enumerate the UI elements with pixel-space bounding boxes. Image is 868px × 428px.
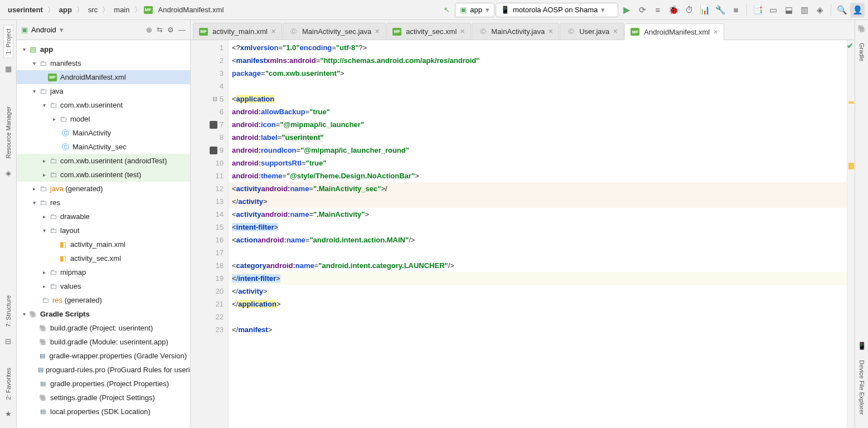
image-marker-icon[interactable] <box>210 147 217 154</box>
rail-project[interactable]: 1: Project <box>3 25 13 58</box>
sidebar-mode-dropdown[interactable]: ▣ Android ▾ <box>21 26 64 34</box>
breadcrumb-item[interactable]: app <box>57 4 74 15</box>
tree-node-class[interactable]: ⒸMainActivity <box>17 126 190 140</box>
tree-node-prop-file[interactable]: ▤local.properties (SDK Location) <box>17 405 190 419</box>
tree-node-manifest-file[interactable]: MFAndroidManifest.xml <box>17 70 190 84</box>
gutter[interactable]: 1 2 3 4 ⊟5 6 7 8 9 10 11 12 13 14 15 16 … <box>191 40 229 428</box>
tree-node-prop-file[interactable]: ▤gradle.properties (Project Properties) <box>17 377 190 391</box>
tree-node-app[interactable]: ▾▧app <box>17 42 190 56</box>
tree-node-package-androidtest[interactable]: ▸🗀com.xwb.userintent (androidTest) <box>17 154 190 168</box>
res-icon: ◈ <box>6 169 11 177</box>
manifest-icon: MF <box>199 28 208 36</box>
run-config-dropdown[interactable]: ▣app▾ <box>455 3 494 17</box>
tree-node-model[interactable]: ▸🗀model <box>17 112 190 126</box>
tab-label: User.java <box>579 27 609 36</box>
tree-node-layout-file[interactable]: ◧activity_main.xml <box>17 237 190 251</box>
image-marker-icon[interactable] <box>210 121 217 129</box>
rail-structure[interactable]: 7: Structure <box>4 292 13 330</box>
tree-node-gradle-file[interactable]: 🐘build.gradle (Project: userintent) <box>17 321 190 335</box>
tree-node-drawable[interactable]: ▸🗀drawable <box>17 210 190 223</box>
close-icon[interactable]: ✕ <box>548 28 553 35</box>
device-icon: 📱 <box>857 342 866 350</box>
tab-label: MainActivity.java <box>491 27 545 36</box>
run-button[interactable]: ▶ <box>619 3 634 17</box>
tab-label: activity_main.xml <box>212 27 268 36</box>
tree-node-proguard[interactable]: ▤proguard-rules.pro (ProGuard Rules for … <box>17 363 190 377</box>
rail-gradle[interactable]: Gradle <box>857 40 866 65</box>
code-content[interactable]: <?xml version="1.0" encoding="utf-8"?><m… <box>229 40 847 428</box>
manifest-icon: MF <box>631 28 639 36</box>
tree-node-package[interactable]: ▾🗀com.xwb.userintent <box>17 98 190 112</box>
debug-icon[interactable]: ≡ <box>651 3 665 17</box>
hide-icon[interactable]: — <box>178 26 186 34</box>
breadcrumb-item[interactable]: AndroidManifest.xml <box>156 4 226 15</box>
close-icon[interactable]: ✕ <box>713 28 718 36</box>
manifest-icon: MF <box>392 28 401 36</box>
tree-

node-layأut[interactable]: ▾🗀layout <box>17 223 190 237</box>
chevron-right-icon: 〉 <box>47 5 55 15</box>
breadcrumbs: userintent 〉 app 〉 src 〉 main 〉 MF Andro… <box>3 4 226 15</box>
error-stripe[interactable]: ✔ <box>847 40 855 428</box>
tree-node-res-gen[interactable]: 🗀res (generated) <box>17 293 190 307</box>
class-icon: Ⓒ <box>478 27 488 36</box>
tree-node-java-gen[interactable]: ▸🗀java (generated) <box>17 182 190 196</box>
editor-tab[interactable]: MFactivity_sec.xml✕ <box>386 23 471 40</box>
breadcrumb-item[interactable]: userintent <box>6 4 45 15</box>
tree-node-java[interactable]: ▾🗀java <box>17 84 190 98</box>
search-icon[interactable]: 🔍 <box>835 3 849 17</box>
sdk-icon[interactable]: ⬓ <box>782 3 796 17</box>
structure-icon: ⊟ <box>5 337 11 346</box>
user-icon[interactable]: 👤 <box>850 3 865 17</box>
rail-favorites[interactable]: 2: Favorites <box>4 364 13 403</box>
avd-icon[interactable]: ▭ <box>766 3 780 17</box>
tree-node-manifests[interactable]: ▾🗀manifests <box>17 56 190 70</box>
tree-node-prop-file[interactable]: ▤gradle-wrapper.properties (Gradle Versi… <box>17 349 190 363</box>
sync-icon[interactable]: 📑 <box>750 3 765 17</box>
bug-icon[interactable]: 🐞 <box>666 3 681 17</box>
breadcrumb-item[interactable]: main <box>111 4 132 15</box>
tree-node-gradle-scripts[interactable]: ▾🐘Gradle Scripts <box>17 307 190 321</box>
tree-node-values[interactable]: ▸🗀values <box>17 279 190 293</box>
right-tool-rail: 🐘 Gradle 📱 Device File Explorer <box>855 20 868 428</box>
select-opened-icon[interactable]: ⊕ <box>146 26 152 34</box>
chevron-right-icon: 〉 <box>76 5 84 15</box>
close-icon[interactable]: ✕ <box>271 28 276 35</box>
tree-node-mipmap[interactable]: ▸🗀mipmap <box>17 265 190 279</box>
tree-node-package-test[interactable]: ▸🗀com.xwb.userintent (test) <box>17 168 190 182</box>
layout-insp-icon[interactable]: ▥ <box>797 3 812 17</box>
close-icon[interactable]: ✕ <box>460 28 465 35</box>
tree-node-layout-file[interactable]: ◧activity_sec.xml <box>17 251 190 265</box>
profiler-icon[interactable]: 📊 <box>697 3 712 17</box>
gradle-icon: 🐘 <box>857 25 866 33</box>
check-icon: ✔ <box>847 41 854 50</box>
breadcrumb-item[interactable]: src <box>86 4 100 15</box>
attach-debugger-icon[interactable]: 🔧 <box>713 3 728 17</box>
device-dropdown[interactable]: 📱motorola AOSP on Shama▾ <box>496 3 618 17</box>
tree-node-class[interactable]: ⒸMainActivity_sec <box>17 140 190 154</box>
close-icon[interactable]: ✕ <box>613 28 618 35</box>
tree-node-gradle-file[interactable]: 🐘settings.gradle (Project Settings) <box>17 391 190 405</box>
editor-tab[interactable]: ⒸMainActivity.java✕ <box>472 23 559 40</box>
editor-tab[interactable]: MFAndroidManifest.xml✕ <box>624 23 724 40</box>
close-icon[interactable]: ✕ <box>375 28 380 35</box>
editor-tab[interactable]: ⒸUser.java✕ <box>560 23 624 40</box>
editor-tab[interactable]: MFactivity_main.xml✕ <box>193 23 282 40</box>
editor-area: MFactivity_main.xml✕ⒸMainActivity_sec.ja… <box>191 20 855 428</box>
tab-label: AndroidManifest.xml <box>644 28 710 36</box>
tree-node-gradle-file[interactable]: 🐘build.gradle (Module: userintent.app) <box>17 335 190 349</box>
back-arrow-icon[interactable]: ↖ <box>439 3 454 17</box>
apply-changes-icon[interactable]: ⟳ <box>635 3 649 17</box>
coverage-icon[interactable]: ⏱ <box>682 3 696 17</box>
gear-icon[interactable]: ⚙ <box>167 26 174 34</box>
stop-icon[interactable]: ■ <box>729 3 743 17</box>
editor-tabs: MFactivity_main.xml✕ⒸMainActivity_sec.ja… <box>191 20 855 40</box>
project-tree[interactable]: ▾▧app ▾🗀manifests MFAndroidManifest.xml … <box>17 40 190 428</box>
top-toolbar: userintent 〉 app 〉 src 〉 main 〉 MF Andro… <box>0 0 868 20</box>
tree-node-res[interactable]: ▾🗀res <box>17 196 190 210</box>
rail-resource-manager[interactable]: Resource Manager <box>4 103 13 162</box>
expand-icon[interactable]: ⇆ <box>157 26 163 34</box>
rail-device-explorer[interactable]: Device File Explorer <box>857 357 866 418</box>
resource-icon[interactable]: ◈ <box>813 3 827 17</box>
editor-tab[interactable]: ⒸMainActivity_sec.java✕ <box>283 23 386 40</box>
code-area: 1 2 3 4 ⊟5 6 7 8 9 10 11 12 13 14 15 16 … <box>191 40 855 428</box>
